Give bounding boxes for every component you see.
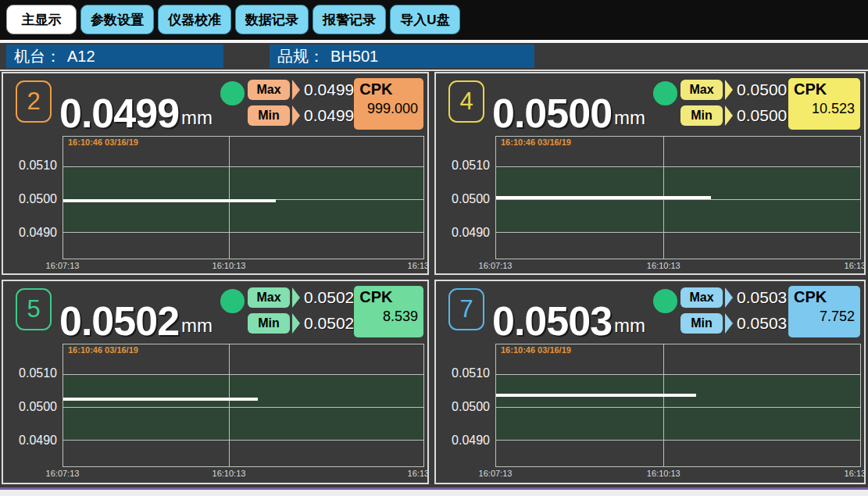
y-gridline (496, 407, 860, 408)
x-axis-label: 16:07:13 (479, 261, 513, 270)
x-gridline (229, 344, 230, 466)
max-value: 0.0503 (737, 288, 787, 307)
cpk-box: CPK 10.523 (788, 78, 860, 130)
measurement-unit: mm (614, 315, 645, 337)
spec-field[interactable]: 品规： BH501 (270, 45, 534, 68)
machine-label: 机台： (14, 46, 61, 67)
chart-area: 0.05100.05000.0490 16:10:46 03/16/19 (436, 136, 864, 259)
spec-label: 品规： (277, 46, 324, 67)
max-badge: Max (248, 287, 290, 308)
measurement-value: 0.0502 (59, 302, 179, 341)
tab-label: 数据记录 (245, 12, 298, 27)
panel-header: 5 0.0502 mm Max 0.0502 Min 0.0502 CPK 8.… (3, 281, 427, 344)
machine-value: A12 (67, 48, 95, 66)
x-axis-label: 16:13:13 (845, 469, 866, 478)
y-gridline (496, 374, 860, 375)
x-axis-label: 16:10:13 (647, 261, 680, 270)
y-gridline (496, 440, 860, 441)
max-min-block: Max 0.0503 Min 0.0503 (680, 287, 787, 338)
chart-area: 0.05100.05000.0490 16:10:46 03/16/19 (3, 344, 427, 467)
min-badge: Min (248, 105, 290, 126)
max-row: Max 0.0503 (680, 287, 787, 308)
status-indicator-icon (653, 81, 677, 105)
y-axis: 0.05100.05000.0490 (3, 344, 63, 467)
x-axis: 16:07:1316:10:1316:13:13 (495, 259, 861, 273)
min-badge: Min (680, 105, 723, 126)
x-axis: 16:07:1316:10:1316:13:13 (495, 467, 861, 481)
chart-area: 0.05100.05000.0490 16:10:46 03/16/19 (3, 136, 427, 259)
min-row: Min 0.0500 (680, 105, 787, 126)
y-gridline (63, 407, 423, 408)
x-axis-label: 16:13:13 (845, 261, 866, 270)
chart-timestamp: 16:10:46 03/16/19 (68, 137, 138, 147)
cpk-label: CPK (359, 80, 418, 98)
measurement-unit: mm (181, 315, 213, 337)
x-axis: 16:07:1316:10:1316:13:13 (63, 259, 424, 273)
x-gridline (663, 344, 664, 466)
channel-number-label: 7 (459, 295, 473, 323)
min-badge: Min (680, 313, 723, 334)
x-axis-label: 16:13:13 (408, 469, 429, 478)
min-value: 0.0500 (737, 106, 787, 125)
x-axis-label: 16:07:13 (46, 469, 80, 478)
y-axis-label: 0.0510 (19, 159, 57, 173)
channel-panel-5: 5 0.0502 mm Max 0.0502 Min 0.0502 CPK 8.… (2, 280, 429, 484)
max-row: Max 0.0499 (248, 79, 354, 100)
y-axis: 0.05100.05000.0490 (3, 136, 63, 259)
panel-header: 2 0.0499 mm Max 0.0499 Min 0.0499 CPK 99… (3, 73, 427, 136)
toolbar-tab-5[interactable]: 报警记录 (313, 5, 386, 34)
data-trace (63, 398, 258, 401)
min-badge: Min (248, 313, 290, 334)
channel-number-label: 5 (27, 295, 40, 323)
toolbar-tab-2[interactable]: 参数设置 (80, 5, 154, 34)
min-value: 0.0499 (304, 106, 354, 125)
data-trace (496, 196, 711, 199)
y-axis-label: 0.0490 (452, 434, 490, 448)
trend-chart: 16:10:46 03/16/19 (495, 344, 861, 467)
y-axis-label: 0.0490 (19, 434, 57, 448)
y-gridline (63, 166, 423, 167)
machine-field[interactable]: 机台： A12 (6, 45, 223, 68)
measurement-value: 0.0503 (492, 302, 612, 341)
toolbar-tab-6[interactable]: 导入U盘 (390, 5, 460, 34)
toolbar-tab-4[interactable]: 数据记录 (235, 5, 309, 34)
chart-timestamp: 16:10:46 03/16/19 (501, 345, 571, 355)
measurement: 0.0499 mm (59, 73, 213, 134)
x-axis-label: 16:07:13 (479, 469, 513, 478)
channel-number: 7 (448, 288, 484, 330)
status-indicator-icon (653, 289, 677, 313)
max-row: Max 0.0502 (248, 287, 354, 308)
max-min-block: Max 0.0499 Min 0.0499 (248, 79, 354, 130)
y-axis: 0.05100.05000.0490 (436, 136, 495, 259)
y-axis-label: 0.0510 (19, 366, 57, 380)
cpk-value: 7.752 (794, 309, 855, 325)
cpk-box: CPK 8.539 (354, 286, 423, 337)
cpk-value: 10.523 (794, 101, 855, 117)
y-axis-label: 0.0510 (452, 159, 490, 173)
max-row: Max 0.0500 (680, 79, 787, 100)
data-trace (63, 199, 276, 202)
status-indicator-icon (220, 289, 245, 313)
y-axis-label: 0.0500 (19, 192, 57, 206)
channel-number: 2 (16, 80, 52, 123)
data-trace (496, 394, 696, 397)
y-axis-label: 0.0490 (19, 226, 57, 240)
toolbar-tab-1[interactable]: 主显示 (6, 5, 77, 34)
y-axis-label: 0.0510 (452, 366, 490, 380)
y-axis-label: 0.0490 (452, 226, 490, 240)
cpk-box: CPK 7.752 (788, 286, 860, 337)
max-value: 0.0499 (304, 80, 354, 99)
header-row: 机台： A12 品规： BH501 (0, 43, 868, 71)
measurement-unit: mm (181, 107, 213, 129)
x-axis: 16:07:1316:10:1316:13:13 (63, 467, 424, 481)
bottom-strip (0, 490, 868, 496)
panel-header: 7 0.0503 mm Max 0.0503 Min 0.0503 CPK 7.… (436, 281, 864, 344)
measurement: 0.0503 mm (492, 281, 645, 342)
x-axis-label: 16:13:13 (408, 261, 429, 270)
toolbar-tab-3[interactable]: 仪器校准 (158, 5, 231, 34)
max-min-block: Max 0.0500 Min 0.0500 (680, 79, 787, 130)
max-value: 0.0500 (737, 80, 787, 99)
panel-header: 4 0.0500 mm Max 0.0500 Min 0.0500 CPK 10… (436, 73, 864, 136)
status-indicator-icon (220, 81, 245, 105)
min-row: Min 0.0502 (248, 312, 354, 334)
